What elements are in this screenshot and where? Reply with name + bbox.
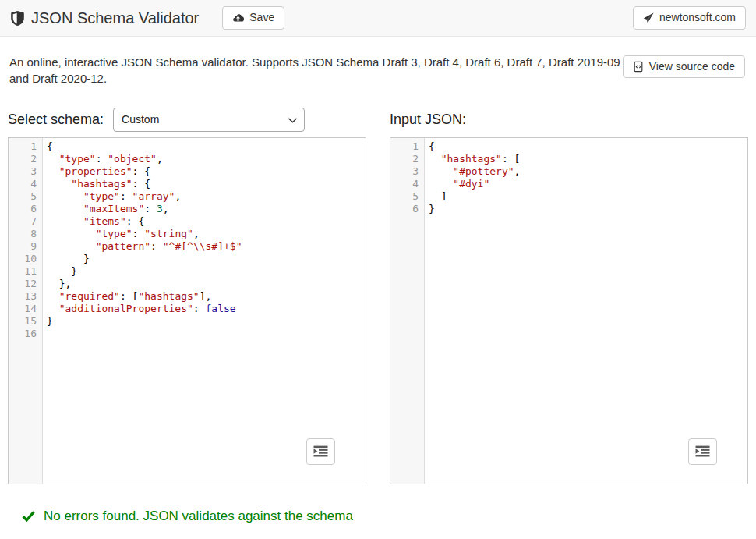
input-json-editor: 123456 { "hashtags": [ "#pottery", "#dyi… bbox=[390, 137, 748, 484]
view-source-label: View source code bbox=[649, 61, 735, 73]
indent-icon bbox=[695, 445, 710, 457]
schema-select[interactable]: Custom bbox=[113, 108, 305, 132]
save-button[interactable]: Save bbox=[222, 6, 284, 29]
schema-header: Select schema: Custom bbox=[8, 108, 366, 132]
schema-editor: 12345678910111213141516 { "type": "objec… bbox=[8, 137, 366, 484]
cloud-upload-icon bbox=[232, 12, 244, 23]
validation-message: No errors found. JSON validates against … bbox=[44, 509, 353, 524]
brand-link[interactable]: JSON Schema Validator bbox=[10, 9, 199, 27]
intro-section: An online, interactive JSON Schema valid… bbox=[0, 37, 756, 87]
newtonsoft-link-label: newtonsoft.com bbox=[659, 12, 736, 23]
save-button-label: Save bbox=[249, 12, 274, 23]
code-area[interactable]: { "hashtags": [ "#pottery", "#dyi" ]} bbox=[425, 138, 747, 484]
file-code-icon bbox=[633, 61, 644, 73]
select-schema-label: Select schema: bbox=[8, 112, 104, 128]
schema-select-wrap: Custom bbox=[113, 108, 305, 132]
line-numbers: 12345678910111213141516 bbox=[9, 138, 43, 484]
validation-result: No errors found. JSON validates against … bbox=[22, 509, 756, 524]
input-json-header: Input JSON: bbox=[390, 112, 748, 128]
indent-icon bbox=[313, 445, 328, 457]
editors-row: 12345678910111213141516 { "type": "objec… bbox=[8, 137, 748, 484]
app-description: An online, interactive JSON Schema valid… bbox=[9, 54, 623, 87]
code-area[interactable]: { "type": "object", "properties": { "has… bbox=[43, 138, 366, 484]
brand-title: JSON Schema Validator bbox=[31, 9, 199, 27]
view-source-button[interactable]: View source code bbox=[623, 55, 745, 78]
shield-icon bbox=[10, 10, 25, 27]
newtonsoft-link-button[interactable]: newtonsoft.com bbox=[633, 6, 746, 29]
check-icon bbox=[22, 509, 35, 523]
input-json-label: Input JSON: bbox=[390, 112, 466, 127]
rocket-icon bbox=[643, 12, 654, 23]
navbar: JSON Schema Validator Save newtonsoft.co… bbox=[0, 0, 756, 37]
format-schema-button[interactable] bbox=[306, 438, 335, 465]
line-numbers: 123456 bbox=[390, 138, 425, 484]
format-json-button[interactable] bbox=[688, 438, 717, 465]
column-headers: Select schema: Custom Input JSON: bbox=[8, 108, 748, 132]
